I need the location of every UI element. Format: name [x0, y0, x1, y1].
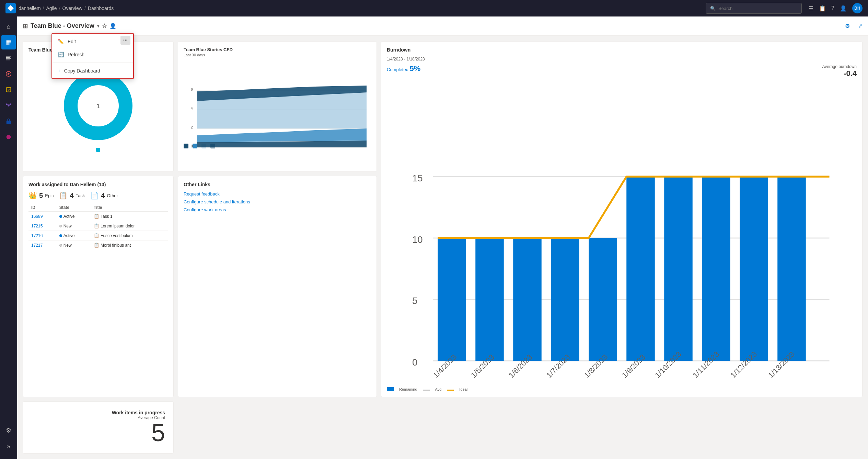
cfd-subtitle: Last 30 days [184, 53, 371, 57]
legend-remaining [387, 387, 394, 391]
burndown-widget: Burndown 1/4/2023 - 1/18/2023 Completed … [381, 41, 863, 397]
work-items-widget: Work items in progress Average Count 5 [23, 401, 174, 454]
burndown-completed-value: 5% [409, 64, 420, 73]
burndown-avg-value: -0.4 [822, 69, 857, 78]
search-input[interactable] [718, 6, 797, 11]
sidebar-item-pink[interactable] [1, 130, 16, 144]
donut-legend [96, 148, 100, 152]
more-button[interactable]: ··· [120, 36, 130, 45]
refresh-icon: 🔄 [58, 52, 64, 58]
edit-label: Edit [68, 39, 76, 44]
title-icon: 📋 [94, 243, 99, 248]
donut-chart-svg: 1 [60, 68, 136, 144]
table-row[interactable]: 17216 Active 📋Fusce vestibulum [28, 231, 168, 240]
copy-label: Copy Dashboard [64, 68, 100, 74]
row-title: 📋Morbi finibus ant [91, 240, 168, 250]
copy-dashboard-button[interactable]: + Copy Dashboard [52, 64, 133, 77]
row-state: Active [57, 231, 91, 240]
sidebar-item-boards[interactable]: ▦ [1, 35, 16, 49]
title-icon: 📋 [94, 214, 99, 219]
burndown-legend: Remaining Avg Ideal [387, 387, 857, 391]
sidebar-item-expand[interactable]: » [1, 439, 16, 454]
svg-line-6 [9, 104, 10, 105]
burndown-chart-svg: 0 5 10 15 [387, 82, 857, 384]
dashboard-grid-icon: ⊞ [23, 22, 28, 30]
sidebar: ⌂ ▦ ⚙ » [0, 16, 17, 459]
work-items-label: Work items in progress [112, 410, 165, 415]
svg-text:0: 0 [191, 144, 193, 148]
dashboard-star-icon[interactable]: ☆ [102, 23, 107, 29]
work-items-count: 5 [151, 420, 165, 445]
svg-point-8 [7, 135, 11, 139]
task-count: 4 [70, 192, 73, 200]
dashboard-header: ⊞ Team Blue - Overview ▾ ☆ 👤 ✏️ Edit 🔄 R… [17, 16, 868, 36]
burndown-avg-label: Average burndown [822, 64, 857, 69]
row-title: 📋Task 1 [91, 212, 168, 221]
legend-avg [423, 390, 430, 391]
cfd-chart-svg: 0 2 4 6 [184, 60, 371, 149]
svg-text:5: 5 [412, 295, 417, 306]
other-link-item[interactable]: Request feedback [184, 191, 371, 197]
table-row[interactable]: 16689 Active 📋Task 1 [28, 212, 168, 221]
other-count: 4 [101, 192, 105, 200]
settings-gear-icon[interactable]: ⚙ [845, 23, 850, 29]
sidebar-item-repos[interactable] [1, 51, 16, 65]
sidebar-item-settings[interactable]: ⚙ [1, 423, 16, 438]
title-icon: 📋 [94, 233, 99, 238]
table-row[interactable]: 17215 New 📋Lorem ipsum dolor [28, 221, 168, 231]
dashboard-title: Team Blue - Overview [31, 22, 94, 30]
breadcrumb-item-3[interactable]: Dashboards [88, 5, 114, 11]
bar-5 [626, 177, 655, 361]
app-logo[interactable] [5, 3, 16, 13]
person-icon[interactable]: 👤 [840, 5, 847, 12]
breadcrumb-item-2[interactable]: Overview [62, 5, 82, 11]
dashboard-person-icon[interactable]: 👤 [109, 23, 116, 29]
svg-text:2: 2 [191, 125, 193, 129]
bar-1 [475, 238, 504, 361]
epic-icon: 👑 [28, 191, 37, 200]
table-row[interactable]: 17217 New 📋Morbi finibus ant [28, 240, 168, 250]
other-link-item[interactable]: Configure schedule and iterations [184, 199, 371, 204]
refresh-button[interactable]: 🔄 Refresh [52, 48, 133, 61]
user-avatar[interactable]: DH [852, 3, 863, 13]
row-title: 📋Fusce vestibulum [91, 231, 168, 240]
donut-center-value: 1 [96, 103, 100, 110]
bar-4 [589, 238, 617, 361]
col-id: ID [28, 204, 57, 212]
svg-text:6: 6 [191, 88, 193, 91]
row-state: New [57, 221, 91, 231]
burndown-completed-label: Completed 5% [387, 67, 420, 72]
burndown-title: Burndown [387, 47, 857, 53]
cfd-chart-area: 0 2 4 6 [184, 60, 371, 142]
sidebar-item-analytics[interactable] [1, 98, 16, 113]
other-link-item[interactable]: Configure work areas [184, 207, 371, 212]
epic-count: 5 [39, 192, 43, 200]
help-icon[interactable]: ? [831, 5, 834, 11]
row-id: 17215 [28, 221, 57, 231]
fullscreen-icon[interactable]: ⤢ [858, 23, 863, 29]
task-label: Task [76, 193, 85, 198]
cfd-header: Team Blue Stories CFD Last 30 days [184, 47, 371, 57]
search-bar[interactable]: 🔍 [706, 3, 802, 14]
row-title: 📋Lorem ipsum dolor [91, 221, 168, 231]
nav-icons: ☰ 📋 ? 👤 DH [809, 3, 863, 13]
list-icon[interactable]: ☰ [809, 5, 813, 12]
sidebar-item-pipelines[interactable] [1, 67, 16, 81]
breadcrumb-item-0[interactable]: danhellem [19, 5, 41, 11]
col-state: State [57, 204, 91, 212]
other-icon: 📄 [90, 191, 99, 200]
sidebar-item-home[interactable]: ⌂ [1, 19, 16, 34]
burndown-completed: Completed 5% [387, 64, 420, 73]
state-dot [59, 225, 62, 227]
clipboard-icon[interactable]: 📋 [819, 5, 826, 12]
svg-text:0: 0 [412, 357, 417, 368]
breadcrumb: danhellem / Agile / Overview / Dashboard… [19, 5, 114, 11]
row-state: New [57, 240, 91, 250]
other-label: Other [107, 193, 118, 198]
breadcrumb-item-1[interactable]: Agile [46, 5, 57, 11]
sidebar-item-artifacts[interactable] [1, 114, 16, 128]
sidebar-item-testplans[interactable] [1, 82, 16, 97]
dashboard-chevron-icon[interactable]: ▾ [97, 24, 99, 29]
state-dot [59, 244, 62, 247]
legend-avg-label: Avg [435, 387, 442, 391]
